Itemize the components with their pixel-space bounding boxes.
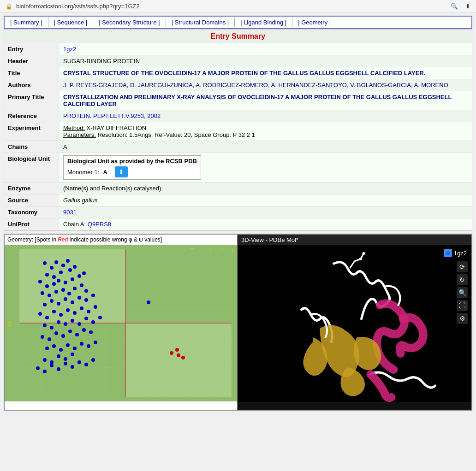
- tab-summary[interactable]: | Summary |: [5, 18, 48, 27]
- label-header: Header: [4, 55, 60, 67]
- value-primary-title: CRYSTALLIZATION AND PRELIMINARY X-RAY AN…: [60, 91, 472, 110]
- svg-point-87: [57, 354, 60, 358]
- svg-point-34: [82, 271, 86, 275]
- value-chains: A: [60, 141, 472, 153]
- label-reference: Reference: [4, 110, 60, 122]
- svg-rect-2: [125, 323, 232, 397]
- svg-point-50: [91, 294, 95, 297]
- pdb-id: 1gz2: [454, 250, 467, 257]
- rama-svg: [18, 249, 232, 397]
- fullscreen-button[interactable]: ⛶: [457, 300, 468, 311]
- svg-point-81: [73, 347, 77, 350]
- table-row: Title CRYSTAL STRUCTURE OF THE OVOCLEIDI…: [4, 67, 472, 79]
- tab-secondary-structure[interactable]: | Secondary Structure |: [93, 18, 166, 27]
- reset-view-button[interactable]: ⟳: [457, 261, 468, 272]
- table-row: Chains A: [4, 141, 472, 153]
- table-row: Authors J. P. REYES-GRAJEDA, D. JAUREGUI…: [4, 79, 472, 91]
- svg-point-22: [45, 273, 49, 277]
- svg-point-35: [41, 291, 44, 295]
- download-button[interactable]: ⬇: [115, 166, 128, 177]
- monomer-label: Monomer 1:: [67, 169, 99, 176]
- value-header: SUGAR-BINDING PROTEIN: [60, 55, 472, 67]
- view3d-panel: 3D-View - PDBe Mol*: [238, 235, 471, 410]
- settings-button[interactable]: ⚙: [457, 313, 468, 324]
- tab-ligand-binding[interactable]: | Ligand Binding |: [235, 18, 292, 27]
- svg-point-72: [61, 334, 65, 338]
- svg-point-31: [64, 281, 67, 284]
- geometry-header: Geometry: [Spots in Red indicate possibl…: [5, 235, 237, 245]
- svg-point-27: [38, 280, 42, 283]
- table-row: Primary Title CRYSTALLIZATION AND PRELIM…: [4, 91, 472, 110]
- svg-point-75: [82, 328, 86, 332]
- label-taxonomy: Taxonomy: [4, 206, 60, 218]
- method-label: Method:: [63, 124, 85, 131]
- svg-point-74: [75, 333, 79, 336]
- taxonomy-link[interactable]: 9031: [63, 209, 77, 216]
- value-uniprot: Chain A: Q9PRS8: [60, 218, 472, 230]
- monomer-row: Monomer 1: A ⬇: [67, 166, 197, 177]
- svg-point-37: [54, 290, 58, 294]
- svg-rect-1: [19, 249, 125, 323]
- svg-point-53: [52, 310, 56, 313]
- svg-point-103: [175, 348, 179, 352]
- protein-structure-svg: [238, 245, 471, 402]
- svg-point-49: [84, 298, 88, 302]
- svg-point-21: [66, 259, 70, 263]
- search-icon[interactable]: 🔍: [451, 3, 458, 10]
- browser-bar: 🔒 bioinformaticstool.org/ssfs/ssfs.php?q…: [0, 0, 476, 13]
- label-authors: Authors: [4, 79, 60, 91]
- tab-geometry[interactable]: | Geometry |: [292, 18, 336, 27]
- geometry-desc2: indicate possible wrong φ & ψ values]: [70, 236, 162, 243]
- zoom-button[interactable]: 🔍: [457, 287, 468, 298]
- bio-unit-box: Biological Unit as provided by the RCSB …: [63, 155, 201, 180]
- table-row: Enzyme (Name(s) and Reaction(s) catalyse…: [4, 183, 472, 194]
- bottom-section: Geometry: [Spots in Red indicate possibl…: [4, 234, 472, 411]
- svg-point-71: [54, 331, 58, 335]
- svg-point-18: [50, 266, 54, 270]
- geometry-label: Geometry:: [7, 236, 33, 243]
- svg-point-47: [71, 300, 74, 304]
- svg-point-108: [363, 252, 365, 255]
- svg-point-63: [64, 322, 67, 326]
- entry-link[interactable]: 1gz2: [63, 46, 76, 53]
- view3d-controls: ⟳ ↻ 🔍 ⛶ ⚙: [457, 261, 468, 324]
- tab-structural-domains[interactable]: | Structural Domains |: [166, 18, 235, 27]
- svg-point-62: [57, 320, 60, 324]
- svg-point-97: [84, 363, 88, 366]
- entry-summary-header: Entry Summary: [4, 29, 472, 43]
- svg-point-79: [59, 348, 63, 352]
- svg-point-23: [52, 275, 56, 279]
- svg-point-66: [84, 317, 88, 320]
- svg-point-80: [66, 343, 70, 347]
- label-enzyme: Enzyme: [4, 183, 60, 194]
- svg-point-54: [59, 313, 63, 317]
- value-taxonomy: 9031: [60, 206, 472, 218]
- svg-point-98: [91, 358, 95, 362]
- svg-point-24: [59, 271, 63, 274]
- method-value: X-RAY DIFFRACTION: [87, 124, 147, 131]
- table-row: Experiment Method: X-RAY DIFFRACTION Par…: [4, 122, 472, 141]
- spin-button[interactable]: ↻: [457, 274, 468, 285]
- svg-point-41: [80, 283, 83, 287]
- geometry-desc: [Spots in: [35, 236, 56, 243]
- grid-overlay: [18, 249, 232, 397]
- svg-point-17: [43, 261, 47, 265]
- label-primary-title: Primary Title: [4, 91, 60, 110]
- svg-point-86: [50, 360, 54, 364]
- label-source: Source: [4, 194, 60, 206]
- svg-point-52: [45, 316, 49, 319]
- share-icon[interactable]: ⬆: [465, 3, 470, 10]
- svg-point-44: [50, 299, 54, 303]
- label-uniprot: UniProt: [4, 218, 60, 230]
- params-label: Parameters:: [63, 131, 96, 138]
- uniprot-link[interactable]: Q9PRS8: [88, 221, 111, 228]
- svg-point-30: [57, 279, 60, 283]
- svg-point-38: [61, 288, 65, 292]
- tab-sequence[interactable]: | Sequence |: [48, 18, 94, 27]
- svg-point-40: [73, 287, 77, 290]
- svg-point-58: [87, 310, 90, 313]
- svg-point-29: [52, 282, 56, 286]
- svg-point-57: [80, 306, 83, 310]
- svg-point-56: [73, 311, 77, 315]
- reference-link[interactable]: PROTEIN. PEPT.LETT.V.9253, 2002: [63, 112, 161, 119]
